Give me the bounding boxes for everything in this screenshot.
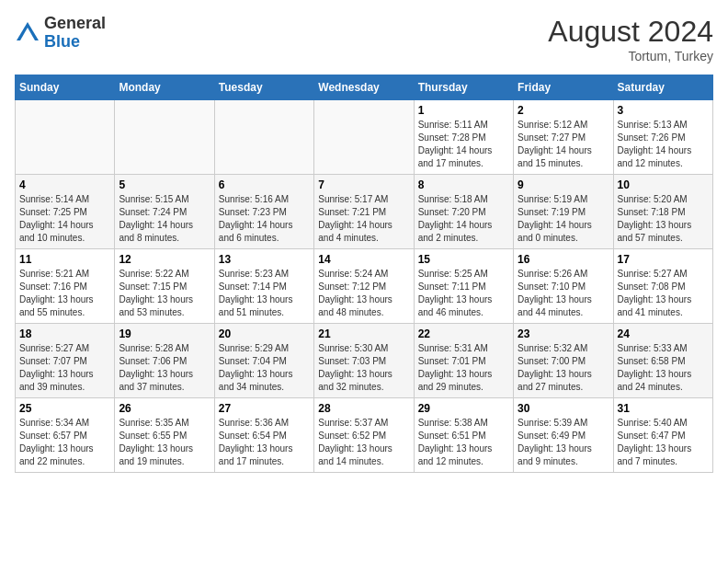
day-number: 6: [219, 178, 310, 191]
day-cell: 6Sunrise: 5:16 AM Sunset: 7:23 PM Daylig…: [214, 175, 313, 249]
month-year: August 2024: [548, 15, 713, 49]
day-cell: 11Sunrise: 5:21 AM Sunset: 7:16 PM Dayli…: [16, 249, 115, 324]
day-info: Sunrise: 5:11 AM Sunset: 7:28 PM Dayligh…: [418, 119, 509, 170]
day-info: Sunrise: 5:21 AM Sunset: 7:16 PM Dayligh…: [19, 268, 110, 319]
day-info: Sunrise: 5:28 AM Sunset: 7:06 PM Dayligh…: [119, 342, 210, 394]
day-number: 11: [19, 253, 110, 266]
day-cell: [214, 100, 313, 175]
day-number: 31: [618, 402, 709, 415]
day-info: Sunrise: 5:18 AM Sunset: 7:20 PM Dayligh…: [418, 193, 509, 245]
day-info: Sunrise: 5:24 AM Sunset: 7:12 PM Dayligh…: [318, 268, 409, 319]
day-number: 21: [318, 327, 409, 340]
day-cell: 31Sunrise: 5:40 AM Sunset: 6:47 PM Dayli…: [613, 398, 712, 473]
day-number: 4: [19, 178, 110, 191]
day-number: 22: [418, 327, 509, 340]
logo-icon: [15, 20, 40, 46]
day-info: Sunrise: 5:35 AM Sunset: 6:55 PM Dayligh…: [119, 417, 210, 468]
calendar-header-row: SundayMondayTuesdayWednesdayThursdayFrid…: [16, 75, 713, 100]
day-cell: 2Sunrise: 5:12 AM Sunset: 7:27 PM Daylig…: [514, 100, 613, 175]
day-cell: 27Sunrise: 5:36 AM Sunset: 6:54 PM Dayli…: [214, 398, 313, 473]
day-cell: 13Sunrise: 5:23 AM Sunset: 7:14 PM Dayli…: [214, 249, 313, 324]
day-cell: 1Sunrise: 5:11 AM Sunset: 7:28 PM Daylig…: [414, 100, 513, 175]
day-number: 2: [518, 104, 609, 117]
logo-text: General Blue: [44, 15, 106, 52]
week-row-5: 25Sunrise: 5:34 AM Sunset: 6:57 PM Dayli…: [16, 398, 713, 473]
day-number: 10: [618, 178, 709, 191]
day-info: Sunrise: 5:26 AM Sunset: 7:10 PM Dayligh…: [518, 268, 609, 319]
day-cell: 25Sunrise: 5:34 AM Sunset: 6:57 PM Dayli…: [16, 398, 115, 473]
day-number: 3: [618, 104, 709, 117]
day-number: 20: [219, 327, 310, 340]
day-cell: 28Sunrise: 5:37 AM Sunset: 6:52 PM Dayli…: [314, 398, 414, 473]
day-number: 9: [518, 178, 609, 191]
day-info: Sunrise: 5:37 AM Sunset: 6:52 PM Dayligh…: [318, 417, 409, 468]
day-cell: 19Sunrise: 5:28 AM Sunset: 7:06 PM Dayli…: [115, 324, 214, 398]
day-cell: 7Sunrise: 5:17 AM Sunset: 7:21 PM Daylig…: [314, 175, 414, 249]
day-info: Sunrise: 5:29 AM Sunset: 7:04 PM Dayligh…: [219, 342, 310, 394]
day-cell: [314, 100, 414, 175]
week-row-1: 1Sunrise: 5:11 AM Sunset: 7:28 PM Daylig…: [16, 100, 713, 175]
column-header-monday: Monday: [115, 75, 214, 100]
day-cell: 12Sunrise: 5:22 AM Sunset: 7:15 PM Dayli…: [115, 249, 214, 324]
calendar-table: SundayMondayTuesdayWednesdayThursdayFrid…: [15, 75, 713, 473]
column-header-wednesday: Wednesday: [314, 75, 414, 100]
day-info: Sunrise: 5:25 AM Sunset: 7:11 PM Dayligh…: [418, 268, 509, 319]
day-cell: 23Sunrise: 5:32 AM Sunset: 7:00 PM Dayli…: [514, 324, 613, 398]
day-cell: 21Sunrise: 5:30 AM Sunset: 7:03 PM Dayli…: [314, 324, 414, 398]
column-header-friday: Friday: [514, 75, 613, 100]
day-info: Sunrise: 5:17 AM Sunset: 7:21 PM Dayligh…: [318, 193, 409, 245]
day-info: Sunrise: 5:33 AM Sunset: 6:58 PM Dayligh…: [618, 342, 709, 394]
day-info: Sunrise: 5:14 AM Sunset: 7:25 PM Dayligh…: [19, 193, 110, 245]
day-number: 19: [119, 327, 210, 340]
day-number: 23: [518, 327, 609, 340]
day-info: Sunrise: 5:27 AM Sunset: 7:07 PM Dayligh…: [19, 342, 110, 394]
day-cell: 20Sunrise: 5:29 AM Sunset: 7:04 PM Dayli…: [214, 324, 313, 398]
day-number: 26: [119, 402, 210, 415]
logo-general: General: [44, 14, 106, 32]
day-info: Sunrise: 5:31 AM Sunset: 7:01 PM Dayligh…: [418, 342, 509, 394]
day-cell: [115, 100, 214, 175]
day-info: Sunrise: 5:12 AM Sunset: 7:27 PM Dayligh…: [518, 119, 609, 170]
day-info: Sunrise: 5:40 AM Sunset: 6:47 PM Dayligh…: [618, 417, 709, 468]
day-info: Sunrise: 5:36 AM Sunset: 6:54 PM Dayligh…: [219, 417, 310, 468]
day-number: 13: [219, 253, 310, 266]
day-cell: 4Sunrise: 5:14 AM Sunset: 7:25 PM Daylig…: [16, 175, 115, 249]
day-info: Sunrise: 5:20 AM Sunset: 7:18 PM Dayligh…: [618, 193, 709, 245]
day-number: 12: [119, 253, 210, 266]
day-number: 24: [618, 327, 709, 340]
day-cell: 10Sunrise: 5:20 AM Sunset: 7:18 PM Dayli…: [613, 175, 712, 249]
day-cell: 22Sunrise: 5:31 AM Sunset: 7:01 PM Dayli…: [414, 324, 513, 398]
day-number: 30: [518, 402, 609, 415]
day-number: 29: [418, 402, 509, 415]
page-header: General Blue August 2024 Tortum, Turkey: [15, 15, 713, 63]
column-header-tuesday: Tuesday: [214, 75, 313, 100]
day-info: Sunrise: 5:15 AM Sunset: 7:24 PM Dayligh…: [119, 193, 210, 245]
day-info: Sunrise: 5:38 AM Sunset: 6:51 PM Dayligh…: [418, 417, 509, 468]
day-info: Sunrise: 5:13 AM Sunset: 7:26 PM Dayligh…: [618, 119, 709, 170]
day-cell: 29Sunrise: 5:38 AM Sunset: 6:51 PM Dayli…: [414, 398, 513, 473]
day-info: Sunrise: 5:30 AM Sunset: 7:03 PM Dayligh…: [318, 342, 409, 394]
day-info: Sunrise: 5:34 AM Sunset: 6:57 PM Dayligh…: [19, 417, 110, 468]
day-number: 15: [418, 253, 509, 266]
day-number: 14: [318, 253, 409, 266]
day-number: 7: [318, 178, 409, 191]
logo-blue: Blue: [44, 32, 80, 51]
week-row-4: 18Sunrise: 5:27 AM Sunset: 7:07 PM Dayli…: [16, 324, 713, 398]
day-info: Sunrise: 5:16 AM Sunset: 7:23 PM Dayligh…: [219, 193, 310, 245]
week-row-3: 11Sunrise: 5:21 AM Sunset: 7:16 PM Dayli…: [16, 249, 713, 324]
day-cell: 14Sunrise: 5:24 AM Sunset: 7:12 PM Dayli…: [314, 249, 414, 324]
day-cell: 24Sunrise: 5:33 AM Sunset: 6:58 PM Dayli…: [613, 324, 712, 398]
day-number: 28: [318, 402, 409, 415]
day-number: 5: [119, 178, 210, 191]
column-header-saturday: Saturday: [613, 75, 712, 100]
week-row-2: 4Sunrise: 5:14 AM Sunset: 7:25 PM Daylig…: [16, 175, 713, 249]
day-cell: 5Sunrise: 5:15 AM Sunset: 7:24 PM Daylig…: [115, 175, 214, 249]
day-cell: 18Sunrise: 5:27 AM Sunset: 7:07 PM Dayli…: [16, 324, 115, 398]
day-cell: [16, 100, 115, 175]
day-cell: 17Sunrise: 5:27 AM Sunset: 7:08 PM Dayli…: [613, 249, 712, 324]
day-cell: 9Sunrise: 5:19 AM Sunset: 7:19 PM Daylig…: [514, 175, 613, 249]
day-info: Sunrise: 5:23 AM Sunset: 7:14 PM Dayligh…: [219, 268, 310, 319]
day-info: Sunrise: 5:19 AM Sunset: 7:19 PM Dayligh…: [518, 193, 609, 245]
logo: General Blue: [15, 15, 106, 52]
day-cell: 8Sunrise: 5:18 AM Sunset: 7:20 PM Daylig…: [414, 175, 513, 249]
